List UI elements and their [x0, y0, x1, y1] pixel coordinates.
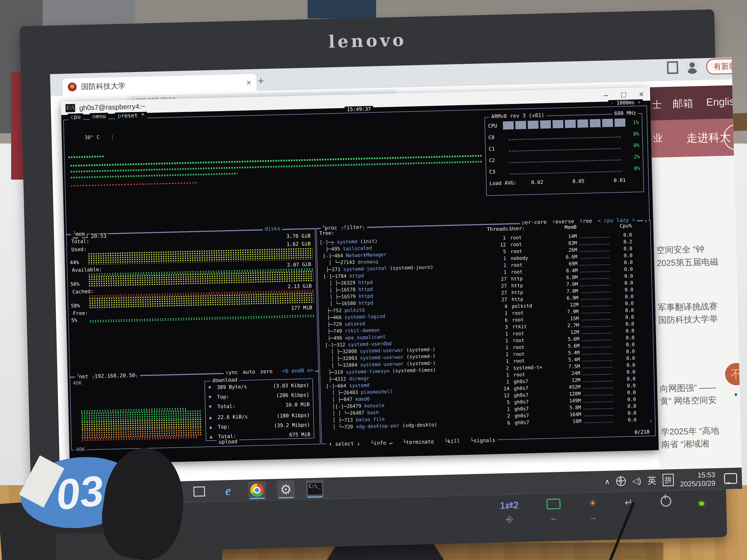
net-graph	[81, 407, 203, 441]
minimize-button[interactable]: –	[603, 90, 608, 100]
site-nav-link[interactable]: 邮箱	[672, 97, 693, 111]
taskbar-cmd[interactable]	[306, 479, 324, 498]
proc-action[interactable]: └terminate	[403, 438, 434, 445]
screen: 国防科技大学 × + | 192.168.20.50 有新版 Chrome 士 …	[50, 57, 742, 505]
net-box: 3net ┌192.168.20.50┐ syncautozero <b end…	[70, 371, 320, 450]
net-option-sync[interactable]: sync	[225, 369, 238, 376]
net-ip: 192.168.20.50	[95, 372, 135, 379]
proc-action[interactable]: └signals	[470, 437, 495, 444]
right-arrow-icon: →	[589, 512, 597, 522]
taskbar-ie[interactable]: e	[219, 482, 237, 500]
taskbar-chrome[interactable]	[248, 481, 266, 499]
page-text-line: 国防科技大学举	[658, 313, 718, 326]
terminal-window: gh0s7@raspberry4:~ – □ × cpumenupreset *…	[61, 87, 659, 464]
net-box-label: 3net ┌192.168.20.50┐	[75, 372, 140, 380]
menu-item-preset[interactable]: preset *	[115, 112, 147, 119]
mem-box: 2mem disks Total:3.70 GiBUsed:1.62 GiB44…	[66, 228, 319, 378]
iface-switch: <b end0 n>	[282, 367, 313, 374]
extension-icon[interactable]	[667, 61, 678, 74]
scroll-position: 0/218	[635, 429, 650, 435]
tray-date: 2025/10/29	[680, 479, 715, 488]
tray-chevron-icon[interactable]: ∧	[604, 477, 610, 486]
exit-icon: ⎆	[506, 514, 513, 525]
btop-clock: 15:49:37	[344, 106, 373, 112]
update-interval[interactable]: - 1000ms +	[608, 99, 643, 106]
ime-language[interactable]: 英	[647, 475, 656, 486]
mem-row: Used:1.62 GiB44%	[70, 241, 313, 265]
cpu-temp: 38° C	[84, 134, 100, 140]
proc-option-reverse[interactable]: reverse	[552, 218, 574, 225]
profile-avatar[interactable]	[685, 60, 699, 74]
disks-label[interactable]: disks	[263, 225, 282, 232]
system-tray: ∧ ◁) 英 拼 15:53 2025/10/29	[604, 470, 737, 490]
proc-option-per-core[interactable]: per-core	[521, 219, 547, 225]
tab-close-icon[interactable]: ×	[246, 78, 251, 87]
taskbar-settings[interactable]: ⚙	[277, 480, 295, 498]
cpu-model: ARMv8 rev 3 (v81)	[489, 112, 546, 119]
chrome-icon	[250, 483, 264, 497]
screen-mode-icon	[546, 499, 561, 510]
upload-label: upload	[216, 438, 239, 445]
site-subnav-band: 业 走进科大 ⌕	[651, 118, 734, 158]
page-text-line: 南省 “湘域湘	[661, 438, 709, 450]
proc-option-tree[interactable]: tree	[579, 218, 592, 224]
scroll-down-icon[interactable]: ↓	[648, 418, 654, 424]
proc-footer[interactable]: ↑ select ↓└info ↵└terminate└kill└signals	[327, 437, 498, 447]
notification-icon[interactable]	[724, 473, 737, 484]
new-tab-button[interactable]: +	[258, 75, 264, 87]
net-scale-top: 40K	[73, 380, 82, 386]
cpu-box: 38° C | up 6d 20:53 ARMv8 rev 3 (v81) 60…	[63, 106, 650, 235]
page-text-line: 黄” 网络空间安	[660, 394, 717, 407]
back-to-top-badge[interactable]: 不	[725, 363, 742, 385]
net-option-zero[interactable]: zero	[260, 368, 273, 375]
menu-left-button[interactable]: ←	[546, 499, 561, 523]
menu-item-cpu[interactable]: cpu	[68, 113, 83, 120]
brightness-button[interactable]: ☀ →	[588, 498, 597, 522]
lenovo-logo: lenovo	[20, 22, 715, 59]
task-view-icon	[194, 486, 205, 497]
input-switch-button[interactable]: 1⇄2 ⎆	[500, 500, 519, 525]
page-text-line: 学2025年 “高地	[661, 425, 719, 438]
network-globe-icon[interactable]	[616, 476, 626, 486]
maximize-button[interactable]: □	[621, 90, 626, 99]
scrollbar-arrow-icon[interactable]: ▾	[734, 391, 738, 398]
page-text-line: 空间安全 “钟	[656, 243, 704, 256]
power-icon	[661, 496, 671, 507]
net-option-auto[interactable]: auto	[243, 369, 255, 375]
brightness-icon: ☀	[588, 498, 597, 509]
cmd-icon	[307, 482, 323, 496]
proc-action[interactable]: └info ↵	[370, 439, 392, 446]
taskbar-clock[interactable]: 15:53 2025/10/29	[680, 470, 715, 488]
power-led	[699, 502, 704, 506]
ie-icon: e	[225, 483, 231, 499]
photo-scene: lenovo 国防科技大学 × + | 192.168.20.50 有新版 Ch…	[0, 0, 747, 560]
task-view-button[interactable]	[190, 482, 208, 501]
proc-action[interactable]: ↑ select ↓	[329, 441, 360, 447]
proc-action[interactable]: └kill	[444, 438, 460, 445]
nav-partial-text: 士	[652, 98, 662, 111]
power-button[interactable]	[661, 496, 671, 507]
ime-pinyin-icon[interactable]: 拼	[663, 474, 674, 486]
tab-title: 国防科技大学	[81, 78, 242, 92]
site-nav-band: 士 邮箱English	[650, 85, 733, 121]
proc-box: 4proc ┌filter┐ per-corereversetree < cpu…	[316, 220, 656, 444]
cpu-subbox: ARMv8 rev 3 (v81) 600 MHz CPU1%C00%C10%C…	[484, 113, 644, 196]
menu-item-menu[interactable]: menu	[90, 113, 108, 119]
speaker-icon[interactable]: ◁)	[632, 476, 641, 485]
page-text-line: 2025第五届电磁	[656, 256, 719, 269]
site-nav-items: 邮箱English	[672, 95, 740, 111]
process-list[interactable]: [-]─┬ systemd (init)1root14M0.0 ├─495 ta…	[319, 231, 652, 431]
gear-icon: ⚙	[280, 481, 292, 498]
monitor-button-row: 1⇄2 ⎆ ← ☀ → ↵	[500, 495, 704, 532]
input-switch-icon: 1⇄2	[500, 500, 519, 511]
browser-toolbar-right: 有新版 Chrome	[667, 57, 742, 76]
mem-row: Available:2.07 GiB56%	[70, 261, 313, 287]
site-favicon	[68, 82, 77, 91]
close-button[interactable]: ×	[639, 89, 644, 99]
mem-row: Cached:2.13 GiB58%	[70, 283, 314, 309]
cpu-frequency: 600 MHz	[612, 110, 638, 116]
net-stats-box: download ▼389 Byte/s(3.03 Kibps)▼Top:(28…	[204, 378, 314, 441]
download-label: download	[210, 377, 239, 383]
page-text-line: 向网图强” ——	[660, 382, 716, 395]
net-scale-bottom: 40K	[74, 446, 86, 452]
